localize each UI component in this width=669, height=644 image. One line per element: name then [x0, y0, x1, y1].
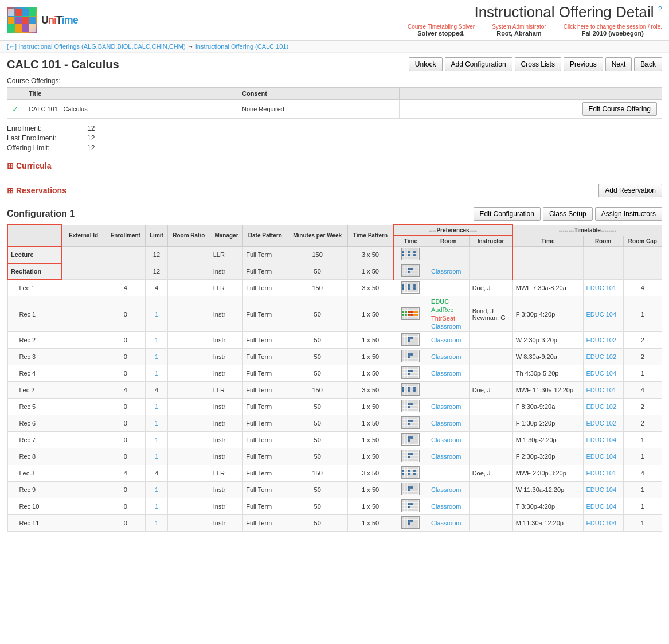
- svg-rect-362: [408, 517, 410, 519]
- svg-rect-114: [402, 342, 404, 345]
- edit-configuration-button[interactable]: Edit Configuration: [474, 207, 541, 221]
- svg-rect-164: [408, 376, 410, 378]
- svg-rect-317: [416, 483, 418, 486]
- svg-rect-329: [416, 489, 418, 491]
- svg-rect-268: [413, 450, 416, 452]
- svg-rect-245: [416, 434, 418, 436]
- svg-rect-165: [410, 376, 413, 378]
- svg-rect-2: [408, 248, 410, 251]
- svg-rect-248: [408, 436, 410, 439]
- svg-rect-375: [410, 522, 413, 525]
- table-row: Rec 901InstrFull Term501 x 50ClassroomW …: [7, 482, 662, 498]
- svg-rect-301: [405, 473, 407, 475]
- svg-rect-336: [402, 500, 404, 502]
- course-offerings-table: Title Consent ✓ CALC 101 - Calculus None…: [7, 87, 662, 119]
- svg-rect-82: [413, 311, 416, 313]
- class-setup-button[interactable]: Class Setup: [543, 207, 593, 221]
- svg-rect-290: [408, 467, 410, 469]
- back-button[interactable]: Back: [634, 57, 662, 71]
- curricula-header[interactable]: ⊞ Curricula: [7, 158, 662, 174]
- svg-rect-310: [413, 475, 416, 478]
- add-reservation-button[interactable]: Add Reservation: [598, 184, 662, 197]
- svg-rect-168: [402, 384, 404, 386]
- edit-course-offering-button[interactable]: Edit Course Offering: [582, 102, 658, 116]
- svg-rect-137: [416, 356, 418, 358]
- svg-rect-41: [416, 271, 418, 273]
- svg-rect-283: [405, 459, 407, 461]
- svg-rect-188: [408, 392, 410, 395]
- header-right: Instructional Offering Detail ? Course T…: [408, 3, 662, 37]
- breadcrumb-link1[interactable]: Instructional Offerings (ALG,BAND,BIOL,C…: [18, 43, 185, 50]
- svg-rect-75: [410, 308, 413, 310]
- next-button[interactable]: Next: [605, 57, 632, 71]
- breadcrumb-link2[interactable]: Instructional Offering (CALC 101): [195, 43, 288, 50]
- svg-rect-285: [410, 459, 413, 461]
- svg-rect-59: [416, 284, 418, 287]
- assign-instructors-button[interactable]: Assign Instructors: [595, 207, 662, 221]
- svg-rect-324: [402, 489, 404, 491]
- svg-rect-382: [413, 525, 416, 528]
- svg-rect-223: [405, 420, 407, 422]
- svg-rect-249: [410, 436, 413, 439]
- svg-rect-175: [405, 387, 407, 389]
- svg-rect-169: [405, 384, 407, 386]
- svg-rect-28: [413, 265, 416, 267]
- svg-rect-90: [402, 317, 404, 319]
- svg-rect-267: [410, 450, 413, 452]
- svg-rect-146: [408, 367, 410, 369]
- svg-rect-269: [416, 450, 418, 452]
- svg-rect-63: [410, 287, 413, 290]
- svg-rect-337: [405, 500, 407, 502]
- svg-rect-46: [413, 274, 416, 276]
- svg-rect-176: [408, 387, 410, 389]
- page-title: Instructional Offering Detail ?: [408, 3, 662, 21]
- table-row: Rec 701InstrFull Term501 x 50ClassroomM …: [7, 432, 662, 448]
- svg-rect-143: [416, 359, 418, 361]
- svg-rect-217: [405, 417, 407, 419]
- course-consent: None Required: [237, 100, 399, 119]
- svg-rect-122: [408, 350, 410, 353]
- reservations-title[interactable]: ⊞ Reservations: [7, 186, 66, 195]
- svg-rect-88: [413, 314, 416, 316]
- svg-rect-214: [413, 409, 416, 411]
- unlock-button[interactable]: Unlock: [409, 57, 443, 71]
- svg-rect-25: [405, 265, 407, 267]
- back-arrow[interactable]: [←]: [7, 43, 17, 50]
- svg-rect-320: [408, 486, 410, 489]
- svg-rect-305: [416, 473, 418, 475]
- session-info[interactable]: Click here to change the session / role.…: [564, 24, 662, 37]
- add-configuration-button[interactable]: Add Configuration: [445, 57, 512, 71]
- svg-rect-124: [413, 350, 416, 353]
- svg-rect-355: [405, 509, 407, 511]
- svg-rect-58: [413, 284, 416, 287]
- col-header-date-pattern: Date Pattern: [243, 225, 287, 247]
- curricula-toggle-icon: ⊞: [7, 161, 14, 170]
- svg-rect-44: [408, 274, 410, 276]
- svg-rect-151: [405, 370, 407, 372]
- svg-rect-0: [402, 248, 404, 251]
- svg-rect-76: [413, 308, 416, 310]
- svg-rect-93: [410, 317, 413, 319]
- enrollment-row: Enrollment: 12: [7, 124, 662, 132]
- cross-lists-button[interactable]: Cross Lists: [515, 57, 561, 71]
- col-header-enrollment: Enrollment: [105, 225, 146, 247]
- svg-rect-33: [410, 268, 413, 270]
- svg-rect-292: [413, 467, 416, 469]
- svg-rect-376: [413, 522, 416, 525]
- svg-rect-369: [410, 520, 413, 522]
- help-icon[interactable]: ?: [658, 5, 662, 13]
- svg-rect-374: [408, 522, 410, 525]
- svg-rect-205: [405, 406, 407, 408]
- solver-info: Course Timetabling Solver Solver stopped…: [408, 24, 662, 37]
- svg-rect-186: [402, 392, 404, 395]
- svg-rect-191: [416, 392, 418, 395]
- svg-rect-197: [416, 400, 418, 403]
- svg-rect-354: [402, 509, 404, 511]
- svg-rect-370: [413, 520, 416, 522]
- svg-rect-24: [402, 265, 404, 267]
- course-row: ✓ CALC 101 - Calculus None Required Edit…: [7, 100, 662, 119]
- previous-button[interactable]: Previous: [564, 57, 603, 71]
- svg-rect-16: [413, 254, 416, 256]
- svg-rect-71: [416, 290, 418, 292]
- svg-rect-259: [405, 442, 407, 444]
